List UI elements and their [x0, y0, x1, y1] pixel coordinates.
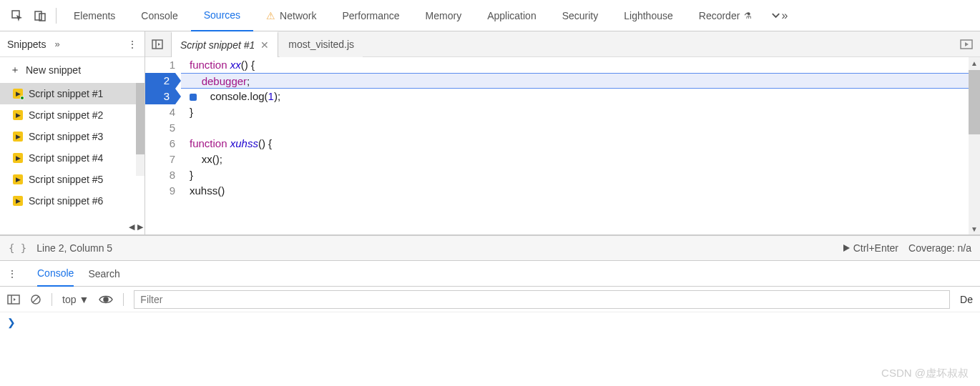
main-tab-application[interactable]: Application	[474, 0, 549, 31]
main-tab-sources[interactable]: Sources	[191, 0, 253, 31]
svg-rect-1	[35, 11, 41, 20]
code-line[interactable]: function xuhss() {	[181, 136, 980, 152]
code-line[interactable]: xuhss()	[181, 183, 980, 199]
code-line[interactable]: xx();	[181, 152, 980, 167]
code-line[interactable]	[181, 120, 980, 136]
tab-label: Application	[487, 10, 536, 21]
main-tab-lighthouse[interactable]: Lighthouse	[611, 0, 686, 31]
snippet-icon: ▶	[13, 89, 23, 99]
code-line[interactable]: debugger;	[181, 73, 980, 89]
svg-point-10	[104, 297, 108, 302]
scroll-down-icon[interactable]: ▼	[971, 223, 978, 234]
svg-rect-3	[152, 40, 162, 49]
divider	[123, 293, 124, 306]
main-tab-elements[interactable]: Elements	[61, 0, 128, 31]
new-snippet-button[interactable]: ＋ New snippet	[0, 57, 144, 83]
coverage-label[interactable]: Coverage: n/a	[908, 242, 971, 254]
line-number[interactable]: 7	[145, 152, 175, 167]
tab-label: Security	[562, 10, 599, 21]
line-number[interactable]: 1	[145, 57, 175, 73]
warning-icon: ⚠	[266, 10, 275, 21]
sidebar-header: Snippets » ⋮	[0, 31, 144, 57]
snippet-item[interactable]: ▶Script snippet #3	[0, 126, 144, 147]
code-line[interactable]: console.log(1);	[181, 89, 980, 104]
sidebar-scroll-arrows[interactable]: ◀▶	[129, 222, 143, 232]
drawer-tab-console[interactable]: Console	[37, 261, 74, 287]
snippet-label: Script snippet #5	[29, 174, 103, 185]
divider	[56, 8, 57, 24]
close-icon[interactable]: ✕	[260, 39, 269, 51]
snippet-item[interactable]: ▶Script snippet #6	[0, 190, 144, 212]
snippet-item[interactable]: ▶Script snippet #2	[0, 104, 144, 126]
plus-icon: ＋	[10, 64, 20, 76]
more-panes-icon[interactable]: »	[54, 39, 59, 49]
snippets-sidebar: Snippets » ⋮ ＋ New snippet ▶Script snipp…	[0, 31, 145, 234]
main-tab-recorder[interactable]: Recorder⚗	[686, 0, 765, 31]
file-tab-active[interactable]: Script snippet #1 ✕	[171, 31, 278, 57]
sidebar-title[interactable]: Snippets	[7, 39, 46, 50]
cursor-position: Line 2, Column 5	[36, 242, 112, 254]
console-prompt-icon: ❯	[7, 317, 16, 328]
gutter[interactable]: 123456789	[145, 57, 181, 234]
sidebar-more-icon[interactable]: ⋮	[127, 39, 137, 50]
watermark: CSDN @虚坏叔叔	[881, 367, 969, 380]
snippet-label: Script snippet #3	[29, 131, 103, 142]
console-sidebar-toggle-icon[interactable]	[7, 295, 20, 305]
console-toolbar: top ▼ De	[0, 287, 980, 312]
editor-area: Script snippet #1 ✕ most_visited.js 1234…	[145, 31, 980, 234]
editor-scrollbar[interactable]: ▲ ▼	[969, 57, 980, 234]
snippet-icon: ▶	[13, 132, 23, 142]
breakpoint-icon	[190, 94, 197, 101]
sidebar-scrollbar[interactable]	[136, 83, 144, 176]
main-tab-performance[interactable]: Performance	[329, 0, 412, 31]
console-body[interactable]: ❯	[0, 312, 980, 332]
clear-console-icon[interactable]	[30, 294, 41, 305]
line-number[interactable]: 9	[145, 183, 175, 199]
main-tab-security[interactable]: Security	[549, 0, 612, 31]
snippet-item[interactable]: ▶Script snippet #5	[0, 169, 144, 190]
snippet-label: Script snippet #2	[29, 109, 103, 121]
line-number[interactable]: 2	[145, 73, 175, 89]
navigator-toggle-icon[interactable]	[150, 36, 165, 52]
file-tab-label: Script snippet #1	[180, 39, 255, 51]
code-editor[interactable]: 123456789 function xx() { debugger; cons…	[145, 57, 980, 234]
divider	[52, 293, 52, 306]
sources-panel: Snippets » ⋮ ＋ New snippet ▶Script snipp…	[0, 31, 980, 235]
more-tabs-icon[interactable]: »	[770, 7, 788, 24]
run-snippet-icon[interactable]	[960, 39, 973, 49]
tab-label: Performance	[342, 10, 399, 21]
context-selector[interactable]: top ▼	[62, 294, 89, 305]
snippet-item[interactable]: ▶Script snippet #4	[0, 147, 144, 169]
line-number[interactable]: 8	[145, 167, 175, 183]
filter-input[interactable]	[134, 290, 950, 309]
line-number[interactable]: 5	[145, 120, 175, 136]
code-line[interactable]: }	[181, 167, 980, 183]
code-line[interactable]: }	[181, 104, 980, 120]
main-tab-console[interactable]: Console	[128, 0, 190, 31]
inspect-icon[interactable]	[9, 7, 26, 24]
snippet-item[interactable]: ▶Script snippet #1	[0, 83, 144, 104]
snippet-icon: ▶	[13, 174, 23, 184]
run-hint: Ctrl+Enter	[853, 242, 898, 254]
main-tab-memory[interactable]: Memory	[413, 0, 475, 31]
scroll-up-icon[interactable]: ▲	[971, 57, 978, 69]
run-icon[interactable]: Ctrl+Enter	[842, 242, 898, 254]
line-number[interactable]: 4	[145, 104, 175, 120]
eye-icon[interactable]	[99, 295, 113, 305]
line-number[interactable]: 3	[145, 89, 175, 104]
default-levels-truncated[interactable]: De	[960, 294, 973, 305]
drawer-tab-search[interactable]: Search	[88, 261, 119, 287]
code-lines[interactable]: function xx() { debugger; console.log(1)…	[181, 57, 980, 234]
device-toggle-icon[interactable]	[31, 7, 49, 24]
snippet-label: Script snippet #4	[29, 152, 103, 164]
snippet-icon: ▶	[13, 196, 23, 206]
file-tab-inactive[interactable]: most_visited.js	[280, 31, 363, 57]
flask-icon: ⚗	[744, 11, 752, 21]
pretty-print-icon[interactable]: { }	[9, 242, 26, 254]
snippet-icon: ▶	[13, 153, 23, 163]
main-tab-network[interactable]: ⚠Network	[253, 0, 329, 31]
code-line[interactable]: function xx() {	[181, 57, 980, 73]
devtools-main-tabs: ElementsConsoleSources⚠NetworkPerformanc…	[0, 0, 980, 31]
drawer-more-icon[interactable]: ⋮	[7, 268, 23, 279]
line-number[interactable]: 6	[145, 136, 175, 152]
